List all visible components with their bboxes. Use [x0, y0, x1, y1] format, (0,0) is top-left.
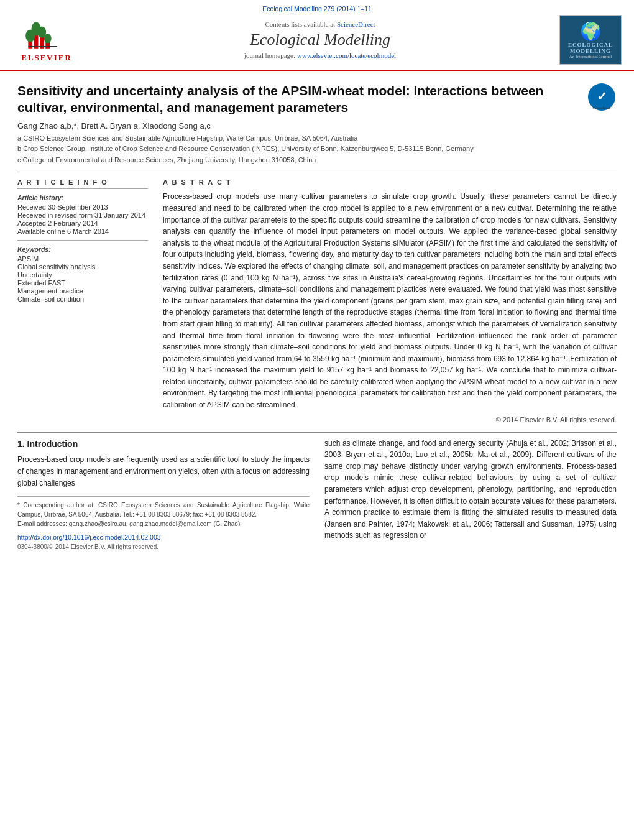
- footnote-area: * Corresponding author at: CSIRO Ecosyst…: [17, 496, 310, 528]
- homepage-link[interactable]: www.elsevier.com/locate/ecolmodel: [297, 52, 396, 59]
- elsevier-tree-icon: [25, 17, 68, 52]
- paper-title: Sensitivity and uncertainty analysis of …: [17, 82, 574, 116]
- kw-5: Management practice: [17, 287, 148, 295]
- svg-point-7: [44, 34, 52, 43]
- kw-6: Climate–soil condition: [17, 295, 148, 303]
- sciencedirect-link[interactable]: ScienceDirect: [337, 21, 375, 28]
- journal-homepage: journal homepage: www.elsevier.com/locat…: [81, 52, 559, 59]
- affiliations: a CSIRO Ecosystem Sciences and Sustainab…: [17, 133, 574, 166]
- kw-divider: [17, 240, 148, 241]
- accepted-date: Accepted 2 February 2014: [17, 219, 148, 227]
- paper-authors: Gang Zhao a,b,*, Brett A. Bryan a, Xiaod…: [17, 121, 574, 131]
- available-date: Available online 6 March 2014: [17, 228, 148, 235]
- eco-title: ECOLOGICAL MODELLING: [563, 42, 618, 54]
- affiliation-a: a CSIRO Ecosystem Sciences and Sustainab…: [17, 133, 574, 144]
- section-divider: [17, 432, 617, 433]
- abstract-col: A B S T R A C T Process-based crop model…: [163, 178, 617, 423]
- received-date: Received 30 September 2013: [17, 203, 148, 211]
- body-col-left: 1. Introduction Process-based crop model…: [17, 438, 310, 552]
- kw-1: APSIM: [17, 255, 148, 262]
- page-wrapper: Ecological Modelling 279 (2014) 1–11 ELS…: [0, 0, 634, 840]
- affiliation-b: b Crop Science Group, Institute of Crop …: [17, 144, 574, 155]
- footnote-star: * Corresponding author at: CSIRO Ecosyst…: [17, 501, 310, 519]
- body-col-right: such as climate change, and food and ene…: [324, 438, 617, 552]
- abstract-text: Process-based crop models use many culti…: [163, 191, 617, 410]
- paper-header: Sensitivity and uncertainty analysis of …: [17, 82, 617, 165]
- svg-text:CrossMark: CrossMark: [592, 106, 611, 110]
- kw-3: Uncertainty: [17, 271, 148, 279]
- globe-icon: 🌍: [580, 21, 602, 42]
- info-divider: [17, 188, 148, 189]
- section1-number: 1.: [17, 439, 25, 449]
- article-info-col: A R T I C L E I N F O Article history: R…: [17, 178, 148, 423]
- section1-left-text: Process-based crop models are frequently…: [17, 454, 310, 489]
- article-info-title: A R T I C L E I N F O: [17, 178, 148, 186]
- affiliation-c: c College of Environmental and Resource …: [17, 155, 574, 166]
- section1-body: 1. Introduction Process-based crop model…: [17, 438, 617, 558]
- issn-line: 0304-3800/© 2014 Elsevier B.V. All right…: [17, 542, 310, 552]
- copyright-line: © 2014 Elsevier B.V. All rights reserved…: [163, 416, 617, 423]
- section1-title: Introduction: [27, 439, 78, 449]
- doi-line[interactable]: http://dx.doi.org/10.1016/j.ecolmodel.20…: [17, 532, 310, 542]
- crossmark-icon: ✓ CrossMark: [587, 82, 617, 112]
- elsevier-label: ELSEVIER: [21, 53, 72, 63]
- kw-2: Global sensitivity analysis: [17, 263, 148, 270]
- divider-1: [17, 172, 617, 172]
- section1-right-text: such as climate change, and food and ene…: [324, 438, 617, 542]
- svg-text:✓: ✓: [597, 90, 607, 103]
- eco-subtitle: An International Journal: [569, 54, 612, 59]
- two-col-info-abstract: A R T I C L E I N F O Article history: R…: [17, 178, 617, 423]
- journal-main-title: Ecological Modelling: [81, 30, 559, 49]
- footnote-email: E-mail addresses: gang.zhao@csiro.au, ga…: [17, 519, 310, 528]
- journal-header: Ecological Modelling 279 (2014) 1–11 ELS…: [0, 0, 634, 71]
- kw-4: Extended FAST: [17, 279, 148, 287]
- received-revised-date: Received in revised form 31 January 2014: [17, 211, 148, 219]
- journal-title-center: Contents lists available at ScienceDirec…: [81, 21, 559, 59]
- paper-title-block: Sensitivity and uncertainty analysis of …: [17, 82, 574, 165]
- history-title: Article history:: [17, 194, 148, 201]
- header-inner: ELSEVIER Contents lists available at Sci…: [12, 15, 622, 70]
- eco-logo-right: 🌍 ECOLOGICAL MODELLING An International …: [559, 15, 622, 65]
- section1-heading: 1. Introduction: [17, 438, 310, 451]
- page-top-ref: Ecological Modelling 279 (2014) 1–11: [12, 5, 622, 12]
- contents-line: Contents lists available at ScienceDirec…: [81, 21, 559, 28]
- keywords-title: Keywords:: [17, 246, 148, 253]
- homepage-label: journal homepage:: [244, 52, 297, 59]
- contents-label: Contents lists available at: [265, 21, 336, 28]
- article-main: Sensitivity and uncertainty analysis of …: [0, 71, 634, 565]
- abstract-title: A B S T R A C T: [163, 178, 617, 186]
- elsevier-logo: ELSEVIER: [12, 17, 81, 63]
